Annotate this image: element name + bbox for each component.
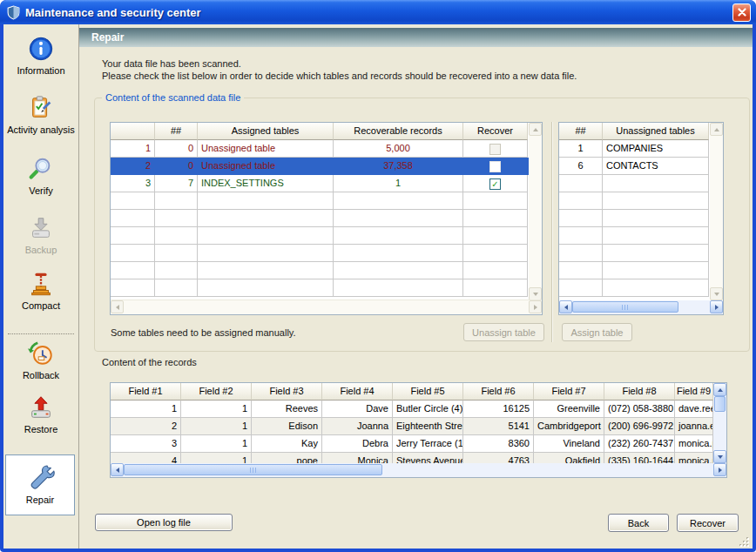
table-row bbox=[111, 210, 529, 227]
recover-checkbox[interactable] bbox=[489, 161, 501, 172]
scroll-down-button[interactable] bbox=[713, 450, 726, 463]
table-cell: 4 bbox=[111, 453, 181, 463]
table-cell: monica.po bbox=[675, 435, 713, 453]
table-row bbox=[559, 227, 710, 245]
column-header: Field #1 bbox=[111, 383, 181, 401]
table-row[interactable]: 21EdisonJoannaEighteenth Stree5141Cambri… bbox=[111, 418, 713, 435]
column-header: Field #6 bbox=[463, 383, 534, 401]
table-row[interactable]: 11ReevesDaveButler Circle (4)16125Greenv… bbox=[111, 401, 713, 418]
assign-table-button[interactable]: Assign table bbox=[562, 323, 632, 341]
table-cell bbox=[198, 210, 334, 227]
sidebar-item-rollback[interactable]: Rollback bbox=[6, 340, 76, 381]
scroll-right-button[interactable] bbox=[529, 300, 542, 313]
horizontal-scrollbar[interactable] bbox=[111, 463, 726, 477]
vertical-scrollbar[interactable] bbox=[713, 383, 726, 463]
table-row[interactable]: 1COMPANIES bbox=[559, 140, 710, 158]
table-cell bbox=[463, 158, 528, 175]
resize-grip[interactable] bbox=[738, 535, 750, 548]
scroll-down-button[interactable] bbox=[710, 287, 723, 300]
table-row[interactable]: 31KayDebraJerry Terrace (18360Vineland(2… bbox=[111, 435, 713, 453]
table-cell bbox=[603, 175, 709, 192]
table-grid: ##Assigned tablesRecoverable recordsReco… bbox=[111, 123, 529, 300]
table-row bbox=[111, 192, 529, 210]
table-cell bbox=[603, 192, 709, 210]
close-icon bbox=[738, 8, 746, 17]
close-button[interactable] bbox=[732, 3, 751, 22]
recover-checkbox[interactable] bbox=[489, 144, 501, 155]
scroll-left-button[interactable] bbox=[111, 463, 124, 476]
open-log-file-button[interactable]: Open log file bbox=[95, 514, 233, 531]
table-cell: Monica bbox=[322, 453, 393, 463]
sidebar-item-label: Restore bbox=[24, 424, 58, 434]
groupbox-title: Content of the scanned data file bbox=[102, 92, 244, 104]
scroll-up-button[interactable] bbox=[710, 123, 723, 136]
table-row[interactable]: 10Unassigned table5,000 bbox=[111, 140, 529, 158]
sidebar-item-verify[interactable]: Verify bbox=[6, 155, 76, 197]
sidebar-item-repair[interactable]: Repair bbox=[5, 454, 75, 515]
sidebar-item-compact[interactable]: Compact bbox=[6, 270, 76, 312]
sidebar-item-information[interactable]: Information bbox=[6, 35, 76, 77]
horizontal-scrollbar[interactable] bbox=[559, 300, 723, 314]
scroll-down-button[interactable] bbox=[529, 287, 542, 300]
table-row[interactable]: 6CONTACTS bbox=[559, 158, 710, 175]
sidebar-item-restore[interactable]: Restore bbox=[6, 394, 76, 435]
scrollbar-thumb[interactable] bbox=[124, 464, 382, 475]
table-cell: 0 bbox=[155, 140, 198, 158]
sidebar-item-label: Rollback bbox=[23, 370, 59, 380]
window-title: Maintenance and security center bbox=[25, 6, 732, 19]
table-grid: ##Unassigned tables 1COMPANIES6CONTACTS bbox=[559, 123, 710, 300]
table-cell: 1 bbox=[181, 418, 252, 435]
sidebar-item-activity-analysis[interactable]: Activity analysis bbox=[6, 94, 76, 136]
sidebar-item-label: Backup bbox=[25, 245, 57, 255]
table-row bbox=[559, 245, 710, 262]
table-cell: Jerry Terrace (1 bbox=[393, 435, 463, 453]
recover-button[interactable]: Recover bbox=[677, 514, 739, 532]
backup-icon bbox=[27, 214, 55, 242]
scrollbar-thumb[interactable] bbox=[572, 301, 678, 313]
sidebar-item-backup[interactable]: Backup bbox=[6, 214, 76, 256]
table-cell: Stevens Avenue bbox=[393, 453, 463, 463]
scroll-left-button[interactable] bbox=[559, 300, 572, 313]
table-header-row: ##Assigned tablesRecoverable recordsReco… bbox=[111, 123, 529, 140]
vertical-scrollbar[interactable] bbox=[529, 123, 542, 300]
table-cell: 3 bbox=[111, 175, 155, 192]
table-cell: 0 bbox=[155, 158, 198, 175]
table-grid: Field #1Field #2Field #3Field #4Field #5… bbox=[111, 383, 713, 463]
column-header: ## bbox=[155, 123, 198, 140]
table-cell bbox=[334, 192, 463, 210]
table-cell: 1 bbox=[181, 453, 252, 463]
table-cell: 1 bbox=[111, 140, 155, 158]
table-cell: COMPANIES bbox=[603, 140, 709, 158]
scrollbar-thumb[interactable] bbox=[714, 396, 726, 412]
sidebar-item-label: Compact bbox=[22, 300, 60, 311]
table-cell: Eighteenth Stree bbox=[393, 418, 463, 435]
scroll-right-button[interactable] bbox=[710, 300, 723, 313]
table-row[interactable]: 20Unassigned table37,358 bbox=[111, 158, 529, 175]
horizontal-scrollbar[interactable] bbox=[111, 300, 542, 314]
sidebar-item-label: Information bbox=[17, 65, 64, 76]
table-row bbox=[559, 210, 710, 227]
scroll-left-button[interactable] bbox=[111, 300, 124, 313]
back-button[interactable]: Back bbox=[608, 514, 669, 532]
scroll-right-button[interactable] bbox=[713, 463, 726, 476]
unassign-table-button[interactable]: Unassign table bbox=[463, 323, 544, 341]
scroll-up-button[interactable] bbox=[529, 123, 542, 136]
recover-checkbox[interactable]: ✓ bbox=[489, 178, 501, 190]
table-row[interactable]: 37INDEX_SETTINGS1✓ bbox=[111, 175, 529, 192]
table-cell: 5141 bbox=[463, 418, 534, 435]
column-header: Field #7 bbox=[534, 383, 604, 401]
table-row bbox=[559, 192, 710, 210]
dialog-body: Information Activity analysis Verify Bac… bbox=[3, 24, 753, 549]
table-row[interactable]: 41popeMonicaStevens Avenue4763Oakfield(3… bbox=[111, 453, 713, 463]
table-cell bbox=[155, 227, 198, 245]
table-cell bbox=[155, 192, 198, 210]
intro-text: Your data file has been scanned. Please … bbox=[102, 57, 577, 82]
scroll-up-button[interactable] bbox=[713, 383, 726, 396]
table-row bbox=[111, 227, 529, 245]
window: Maintenance and security center Informat… bbox=[0, 0, 756, 552]
vertical-scrollbar[interactable] bbox=[710, 123, 723, 300]
table-cell: 6 bbox=[559, 158, 603, 175]
section-title: Repair bbox=[91, 31, 124, 44]
table-cell: 4763 bbox=[463, 453, 534, 463]
table-cell bbox=[111, 210, 155, 227]
